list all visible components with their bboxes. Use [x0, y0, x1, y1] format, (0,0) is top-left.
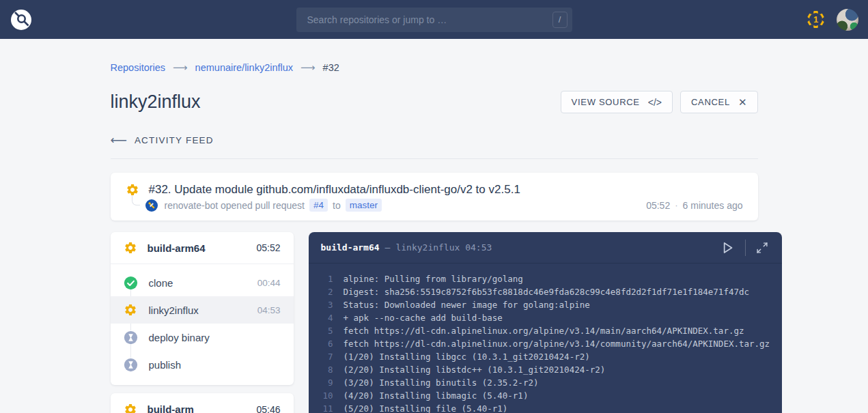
activity-time: 05:52: [646, 200, 670, 211]
pipeline-header-build-arm64[interactable]: build-arm64 05:52: [111, 232, 294, 264]
log-line: 9(3/20) Installing binutils (2.35.2-r2): [321, 376, 770, 389]
step-deploy-binary[interactable]: deploy binary: [111, 324, 294, 351]
breadcrumb-arrow-icon: ⟶: [300, 61, 316, 74]
notification-gear-icon[interactable]: 1: [805, 9, 826, 30]
pipeline-header-build-arm[interactable]: build-arm 05:46: [111, 393, 294, 413]
pipelines-sidebar: build-arm64 05:52 clone 00:44: [111, 232, 294, 413]
log-line: 8(2/20) Installing libstdc++ (10.3.1_git…: [321, 363, 770, 376]
search-input[interactable]: [296, 8, 572, 32]
running-gear-icon: [124, 403, 137, 413]
running-gear-icon: [124, 303, 138, 317]
log-line: 4+ apk --no-cache add build-base: [321, 311, 770, 324]
log-pipeline-name: build-arm64: [321, 242, 380, 253]
activity-title: #32. Update module github.com/influxdata…: [149, 183, 520, 197]
pipeline-name: build-arm: [148, 403, 194, 413]
success-check-icon: [124, 276, 138, 290]
step-label: linky2influx: [149, 304, 199, 316]
log-panel: build-arm64 – linky2influx 04:53: [309, 232, 783, 413]
follow-logs-play-icon[interactable]: [718, 239, 736, 257]
search-bar: /: [296, 8, 572, 32]
step-clone[interactable]: clone 00:44: [111, 269, 294, 296]
step-label: clone: [149, 277, 173, 289]
cancel-button[interactable]: CANCEL ✕: [680, 91, 758, 113]
pipeline-card-build-arm: build-arm 05:46: [111, 393, 294, 413]
divider: [745, 240, 746, 256]
notification-count: 1: [805, 9, 826, 30]
running-gear-icon: [124, 241, 137, 255]
user-avatar[interactable]: [837, 9, 858, 31]
log-line: 2Digest: sha256:5519c8752f6b53fc8818dc46…: [321, 285, 770, 298]
code-icon: </>: [648, 97, 662, 108]
breadcrumb-repo[interactable]: nemunaire/linky2influx: [195, 62, 293, 73]
pull-request-badge[interactable]: #4: [309, 199, 328, 212]
pipeline-time: 05:52: [256, 242, 280, 253]
cancel-label: CANCEL: [691, 97, 730, 107]
log-line: 6fetch https://dl-cdn.alpinelinux.org/al…: [321, 337, 770, 350]
navbar: / 1: [0, 0, 868, 39]
log-line: 1alpine: Pulling from library/golang: [321, 272, 770, 285]
activity-actor-text: renovate-bot opened pull request: [165, 200, 305, 211]
step-linky2influx[interactable]: linky2influx 04:53: [111, 296, 294, 324]
woodpecker-logo-icon[interactable]: [10, 8, 33, 31]
pending-hourglass-icon: [124, 358, 138, 372]
build-activity-card[interactable]: #32. Update module github.com/influxdata…: [111, 173, 758, 220]
log-separator: –: [385, 242, 391, 253]
branch-badge[interactable]: master: [346, 199, 382, 212]
step-time: 04:53: [257, 305, 281, 315]
divider: [111, 158, 758, 159]
step-label: deploy binary: [149, 332, 210, 343]
log-line: 7(1/20) Installing libgcc (10.3.1_git202…: [321, 350, 770, 363]
step-publish[interactable]: publish: [111, 351, 294, 378]
log-line: 10(4/20) Installing libmagic (5.40-r1): [321, 389, 770, 402]
steps-list: clone 00:44 linky2influx 04:53: [111, 264, 294, 385]
breadcrumb-repositories[interactable]: Repositories: [111, 62, 166, 73]
search-shortcut-key: /: [552, 12, 568, 28]
breadcrumb-arrow-icon: ⟶: [173, 61, 188, 74]
activity-ago: 6 minutes ago: [683, 200, 743, 211]
pipeline-name: build-arm64: [148, 242, 206, 254]
step-label: publish: [149, 359, 182, 371]
dot-separator: ·: [675, 200, 677, 210]
close-icon: ✕: [738, 96, 747, 109]
log-line: 5fetch https://dl-cdn.alpinelinux.org/al…: [321, 324, 770, 337]
breadcrumb: Repositories ⟶ nemunaire/linky2influx ⟶ …: [111, 61, 758, 74]
log-header: build-arm64 – linky2influx 04:53: [309, 232, 783, 264]
page-title: linky2influx: [111, 91, 201, 113]
view-source-label: VIEW SOURCE: [572, 97, 640, 107]
pipeline-card-build-arm64: build-arm64 05:52 clone 00:44: [111, 232, 294, 385]
pipeline-time: 05:46: [256, 404, 280, 413]
log-output: 1alpine: Pulling from library/golang 2Di…: [309, 264, 783, 413]
log-line: 11(5/20) Installing file (5.40-r1): [321, 402, 770, 413]
view-source-button[interactable]: VIEW SOURCE </>: [561, 91, 673, 113]
back-label: ACTIVITY FEED: [135, 135, 214, 145]
pending-hourglass-icon: [124, 330, 138, 345]
renovate-bot-avatar: [145, 199, 158, 212]
to-label: to: [333, 200, 341, 211]
running-gear-icon: [126, 183, 139, 197]
back-to-activity-feed-link[interactable]: ⟵ ACTIVITY FEED: [111, 133, 214, 147]
expand-fullscreen-icon[interactable]: [755, 240, 770, 255]
connector-line: [132, 195, 140, 205]
log-line: 3Status: Downloaded newer image for gola…: [321, 298, 770, 311]
breadcrumb-build-number: #32: [323, 62, 339, 73]
back-arrow-icon: ⟵: [111, 133, 127, 147]
log-step-and-time: linky2influx 04:53: [395, 242, 492, 253]
step-time: 00:44: [257, 278, 281, 288]
